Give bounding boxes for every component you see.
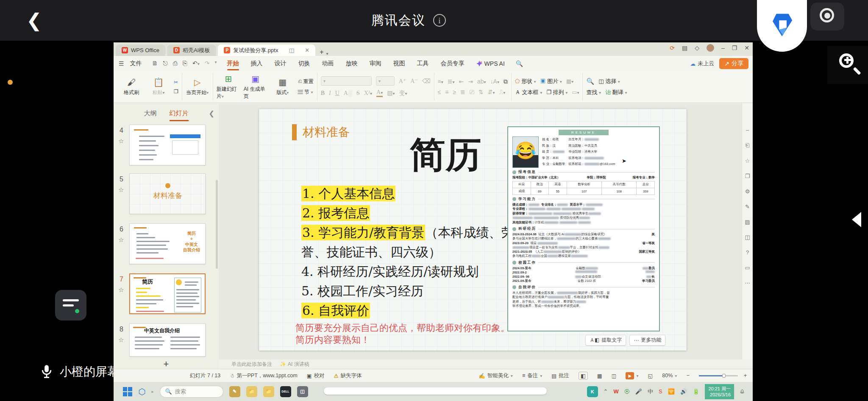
menu-transition[interactable]: 切换 bbox=[292, 60, 316, 67]
new-tab-button[interactable]: + bbox=[320, 48, 323, 56]
undo-icon[interactable]: ↶▾ bbox=[192, 60, 200, 67]
magnify-button[interactable]: 🔍 bbox=[586, 78, 594, 85]
char-border-icon[interactable]: A░ bbox=[344, 90, 352, 97]
menu-slideshow[interactable]: 放映 bbox=[340, 60, 364, 67]
rail-star-icon[interactable]: ☆ bbox=[745, 158, 750, 164]
minimize-button[interactable]: – bbox=[721, 45, 725, 51]
folder-icon-2[interactable]: 📁 bbox=[263, 386, 274, 397]
textbox-button[interactable]: Ａ 文本框 ▾ bbox=[515, 89, 542, 96]
ai-generate-button[interactable]: ▣ AI 生成单页 bbox=[244, 74, 267, 100]
tab-list-chevron[interactable]: ▾ bbox=[326, 51, 328, 56]
play-from-current-button[interactable]: ▷ 当页开始▾ bbox=[186, 77, 209, 96]
outdent-icon[interactable]: ⇤ bbox=[459, 78, 464, 85]
strikethrough-icon[interactable]: S bbox=[356, 90, 360, 97]
paste-button[interactable]: 📋 粘贴▾ bbox=[147, 77, 170, 96]
grow-font-icon[interactable]: A⁺ bbox=[399, 78, 406, 85]
thumb-8-star-icon[interactable]: ☆ bbox=[118, 336, 124, 344]
superscript-icon[interactable]: X²▾ bbox=[364, 90, 372, 97]
taskbar-search[interactable]: 🔍 搜索 bbox=[160, 386, 223, 398]
justify-icon[interactable]: ≣ bbox=[460, 89, 465, 95]
numbered-list-icon[interactable]: ≣▾ bbox=[448, 78, 455, 85]
monitor-app-icon[interactable]: ◫ bbox=[297, 386, 308, 397]
smartart-icon[interactable]: ⧉ bbox=[504, 78, 508, 85]
slideshow-play-button[interactable]: ▶▾ bbox=[626, 372, 638, 379]
rail-help-icon[interactable]: ? bbox=[746, 249, 749, 256]
menu-design[interactable]: 设计 bbox=[269, 60, 292, 67]
thumb-4-star-icon[interactable]: ☆ bbox=[118, 137, 124, 145]
copy-icon[interactable]: ❐ bbox=[174, 89, 178, 95]
notes-button[interactable]: ≡备注▾ bbox=[522, 372, 542, 379]
zoom-percent[interactable]: 80%▾ bbox=[662, 373, 677, 379]
text-align-vert-icon[interactable]: ⎍▾ bbox=[499, 89, 506, 96]
fit-window-icon[interactable]: ◱ bbox=[648, 373, 653, 379]
notes-placeholder[interactable]: 单击此处添加备注 bbox=[231, 361, 272, 368]
current-slide[interactable]: 材料准备 简历 1. 个人基本信息 2. 报考信息 3. 学习能力/教育背景（本… bbox=[259, 109, 687, 351]
tab-docer-template[interactable]: D 稻壳AI模板 bbox=[167, 45, 216, 56]
bold-icon[interactable]: B bbox=[321, 90, 325, 97]
wifi-icon[interactable]: 🛜 bbox=[668, 388, 675, 395]
account-avatar[interactable] bbox=[707, 44, 714, 52]
notes-bar[interactable]: 单击此处添加备注 ✨ AI 演讲稿 bbox=[219, 359, 753, 369]
sync-icon[interactable]: ⟳ bbox=[670, 45, 675, 51]
volume-icon[interactable]: 🔊 bbox=[680, 388, 687, 395]
line-spacing-icon[interactable]: ⇅ bbox=[479, 89, 484, 95]
output-icon[interactable]: ⎋ bbox=[163, 60, 168, 67]
rail-book-icon[interactable]: ◫ bbox=[745, 234, 750, 240]
rail-pages-icon[interactable]: ⎗ bbox=[745, 142, 749, 149]
add-slide-button[interactable]: + bbox=[114, 359, 219, 370]
text-spacing-icon[interactable]: ↓A▾ bbox=[490, 78, 499, 85]
battery-icon[interactable]: 🔋 bbox=[693, 388, 699, 395]
zoom-in-button[interactable]: + bbox=[744, 373, 747, 379]
chart-button[interactable]: ▩▾ bbox=[566, 78, 573, 84]
rail-comment-icon[interactable]: ▭ bbox=[745, 265, 750, 271]
menu-wps-ai[interactable]: WPS AI bbox=[470, 60, 511, 67]
tab-document[interactable]: P 复试经验分享.pptx ◫ ✕ bbox=[218, 45, 315, 56]
view-normal-icon[interactable]: ◧ bbox=[579, 372, 588, 380]
translate-button[interactable]: 诒 翻译 ▾ bbox=[605, 89, 627, 96]
rail-edit-icon[interactable]: ✎ bbox=[745, 203, 750, 210]
wps-floating-logo[interactable] bbox=[757, 0, 807, 52]
hamburger-icon[interactable]: ☰ bbox=[119, 60, 124, 67]
extract-text-button[interactable]: Ａ◧ 提取文字 bbox=[585, 335, 626, 345]
folder-icon[interactable]: 📁 bbox=[246, 386, 257, 397]
view-reading-icon[interactable]: ◫ bbox=[612, 373, 617, 379]
italic-icon[interactable]: I bbox=[329, 90, 331, 97]
underline-icon[interactable]: U bbox=[335, 90, 339, 97]
menu-view[interactable]: 视图 bbox=[387, 60, 411, 67]
tab-close-icon[interactable]: ✕ bbox=[305, 47, 309, 53]
thumb-5-star-icon[interactable]: ☆ bbox=[118, 186, 124, 194]
notification-icon[interactable]: 🕭 bbox=[740, 388, 745, 395]
save-icon[interactable]: 🗎 bbox=[152, 60, 158, 67]
indent-icon[interactable]: ⇥ bbox=[468, 78, 473, 85]
start-button[interactable] bbox=[123, 387, 132, 396]
shapes-button[interactable]: ⬠ 形状 ▾ bbox=[515, 78, 536, 85]
slide-thumbnail-4[interactable] bbox=[129, 125, 206, 165]
thumb-7-star-icon[interactable]: ☆ bbox=[118, 286, 124, 294]
zoom-slider[interactable] bbox=[699, 375, 738, 376]
highlight-color-icon[interactable]: ▧▾ bbox=[387, 89, 395, 97]
close-button[interactable]: ✕ bbox=[744, 45, 749, 51]
menu-review[interactable]: 审阅 bbox=[364, 60, 387, 67]
para-spacing-icon[interactable]: ⇵▾ bbox=[488, 89, 495, 95]
rail-layers-icon[interactable]: ❐ bbox=[745, 173, 750, 179]
rail-more-icon[interactable]: ⋯ bbox=[745, 280, 750, 286]
tray-wps-icon[interactable]: W bbox=[614, 388, 619, 395]
chat-button[interactable] bbox=[55, 290, 86, 320]
menu-animation[interactable]: 动画 bbox=[316, 60, 340, 67]
slide-thumbnail-7-selected[interactable]: 简历 bbox=[129, 273, 206, 314]
rail-tools-icon[interactable]: ⚙ bbox=[745, 188, 750, 195]
layout-button[interactable]: ▦ 版式▾ bbox=[271, 77, 295, 96]
cloud-status[interactable]: ☁ 未上云 bbox=[690, 60, 714, 67]
format-painter-button[interactable]: 🖌 格式刷 bbox=[120, 78, 143, 96]
bullet-list-icon[interactable]: ≡▾ bbox=[438, 78, 443, 85]
browser-icon[interactable]: ⬡ bbox=[138, 387, 145, 397]
slide-thumbnail-5[interactable]: 材料准备 bbox=[129, 173, 206, 214]
phonetic-icon[interactable]: 变▾ bbox=[399, 89, 407, 97]
find-button[interactable]: 查找 ▾ bbox=[586, 89, 601, 96]
zoom-out-button[interactable]: − bbox=[686, 373, 689, 379]
tab-wps-home[interactable]: W WPS Office bbox=[116, 45, 165, 56]
restore-button[interactable]: ❐ bbox=[732, 45, 737, 51]
panel-collapse-icon[interactable]: ❮ bbox=[209, 109, 214, 117]
media-button[interactable]: ▭▾ bbox=[572, 89, 579, 95]
tray-green-icon[interactable]: ⦿ bbox=[624, 388, 630, 395]
